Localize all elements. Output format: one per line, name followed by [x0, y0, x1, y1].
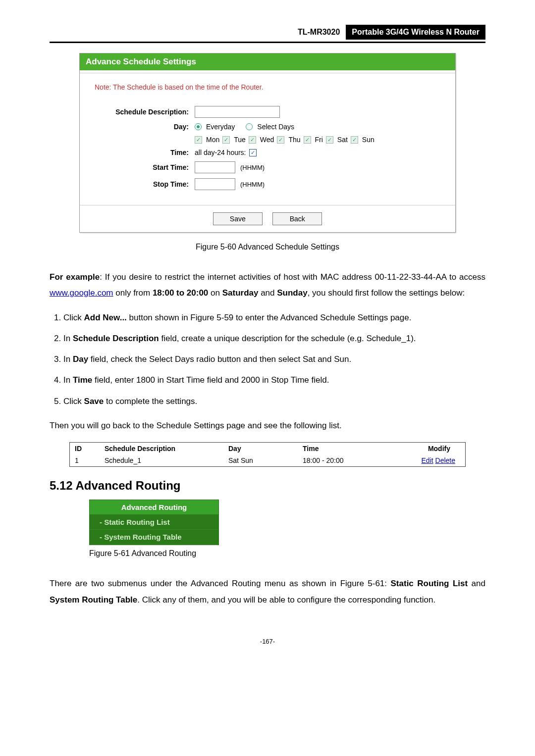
- section-heading: 5.12 Advanced Routing: [50, 479, 485, 493]
- menu-system-routing[interactable]: - System Routing Table: [90, 530, 218, 545]
- stop-hhmm-hint: (HHMM): [240, 181, 265, 188]
- panel-note: Note: The Schedule is based on the time …: [95, 83, 440, 91]
- doc-header: TL-MR3020 Portable 3G/4G Wireless N Rout…: [50, 25, 485, 43]
- label-time: Time:: [95, 149, 195, 156]
- schedule-settings-panel: Advance Schedule Settings Note: The Sche…: [79, 53, 456, 233]
- radio-everyday[interactable]: [195, 123, 202, 130]
- advanced-routing-menu: Advanced Routing - Static Routing List -…: [89, 500, 219, 545]
- figure-60-caption: Figure 5-60 Advanced Schedule Settings: [50, 243, 485, 252]
- start-time-input[interactable]: [195, 161, 235, 173]
- edit-link[interactable]: Edit: [422, 456, 433, 464]
- example-paragraph: For example: If you desire to restrict t…: [50, 269, 485, 302]
- label-start-time: Start Time:: [95, 163, 195, 171]
- menu-header[interactable]: Advanced Routing: [90, 500, 218, 515]
- figure-61-caption: Figure 5-61 Advanced Routing: [89, 549, 485, 558]
- label-day: Day:: [95, 123, 195, 131]
- label-stop-time: Stop Time:: [95, 180, 195, 188]
- check-allday[interactable]: ✓: [249, 149, 257, 156]
- radio-select-days-label: Select Days: [257, 123, 294, 131]
- stop-time-input[interactable]: [195, 178, 235, 190]
- delete-link[interactable]: Delete: [435, 456, 455, 464]
- check-fri[interactable]: ✓: [304, 136, 311, 144]
- check-sun[interactable]: ✓: [351, 136, 358, 144]
- product-label: Portable 3G/4G Wireless N Router: [346, 25, 485, 40]
- panel-title: Advance Schedule Settings: [80, 53, 455, 71]
- check-tue[interactable]: ✓: [222, 136, 230, 144]
- allday-label: all day-24 hours:: [195, 149, 246, 156]
- radio-select-days[interactable]: [246, 123, 253, 130]
- check-thu[interactable]: ✓: [277, 136, 284, 144]
- model-label: TL-MR3020: [292, 25, 346, 40]
- radio-everyday-label: Everyday: [206, 123, 235, 131]
- back-button[interactable]: Back: [272, 212, 322, 225]
- google-link[interactable]: www.google.com: [50, 288, 113, 298]
- check-mon[interactable]: ✓: [195, 136, 202, 144]
- then-paragraph: Then you will go back to the Schedule Se…: [50, 418, 485, 434]
- start-hhmm-hint: (HHMM): [240, 164, 265, 171]
- check-sat[interactable]: ✓: [326, 136, 333, 144]
- label-schedule-desc: Schedule Description:: [95, 108, 195, 116]
- schedule-description-input[interactable]: [195, 106, 280, 118]
- closing-paragraph: There are two submenus under the Advance…: [50, 576, 485, 608]
- menu-static-routing[interactable]: - Static Routing List: [90, 515, 218, 530]
- check-wed[interactable]: ✓: [249, 136, 256, 144]
- page-number: -167-: [50, 638, 485, 645]
- save-button[interactable]: Save: [213, 212, 263, 225]
- schedule-result-table: ID Schedule Description Day Time Modify …: [69, 442, 466, 467]
- steps-list: Click Add New... button shown in Figure …: [50, 310, 485, 409]
- table-row: 1 Schedule_1 Sat Sun 18:00 - 20:00 Edit …: [70, 454, 465, 466]
- day-checkbox-row: ✓Mon ✓Tue ✓Wed ✓Thu ✓Fri ✓Sat ✓Sun: [195, 136, 374, 144]
